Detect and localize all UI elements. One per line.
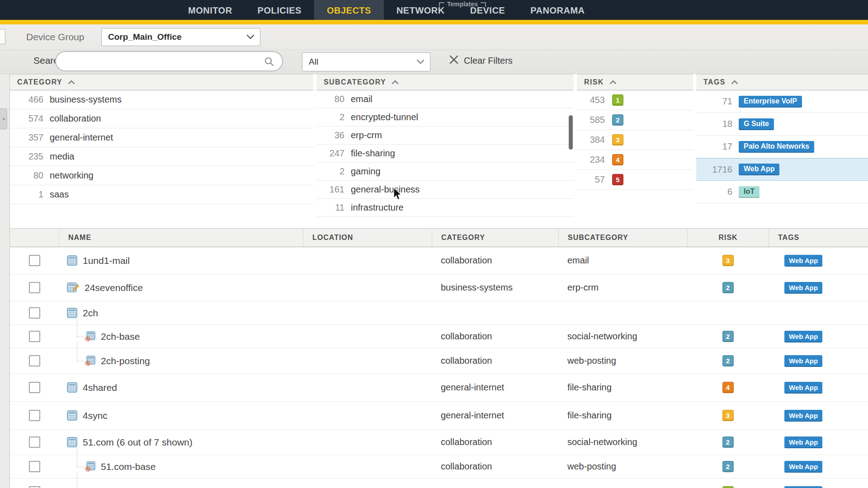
filter-row-risk[interactable]: 2344	[577, 150, 693, 170]
select-all-column-header	[10, 229, 59, 247]
table-row[interactable]: 51.com (6 out of 7 shown)collaborationso…	[10, 430, 868, 455]
filter-row-subcategory[interactable]: 161general-business	[316, 181, 574, 199]
tag-pill[interactable]: Web App	[784, 410, 822, 422]
filter-row-category[interactable]: 235media	[10, 147, 313, 166]
row-checkbox[interactable]	[29, 436, 40, 448]
table-row[interactable]: 1Web App	[10, 479, 868, 488]
risk-badge: 2	[722, 331, 734, 342]
app-name-link[interactable]: 2ch	[83, 308, 98, 319]
row-checkbox[interactable]	[29, 461, 40, 472]
filter-row-subcategory[interactable]: 2gaming	[316, 163, 574, 181]
risk-badge: 4	[722, 382, 734, 393]
filter-row-risk[interactable]: 5852	[577, 110, 693, 130]
tag-pill[interactable]: Web App	[784, 436, 822, 448]
panel-collapse-handle[interactable]: ◂	[0, 108, 7, 129]
filter-row-category[interactable]: 357general-internet	[10, 128, 313, 147]
app-name-link[interactable]: 1und1-mail	[83, 255, 130, 266]
row-checkbox[interactable]	[29, 410, 40, 421]
column-header-name[interactable]: NAME	[59, 229, 303, 247]
tag-pill[interactable]: Web App	[784, 255, 822, 267]
app-name-link[interactable]: 4sync	[83, 410, 108, 421]
filter-row-category[interactable]: 80networking	[10, 166, 313, 185]
filter-row-tag[interactable]: 1716Web App	[696, 158, 868, 181]
app-name-link[interactable]: 2ch-base	[101, 331, 140, 342]
column-header-category[interactable]: CATEGORY	[432, 229, 558, 247]
nav-tab-policies[interactable]: POLICIES	[245, 0, 314, 20]
filter-row-risk[interactable]: 575	[577, 170, 693, 190]
tag-pill[interactable]: Web App	[784, 382, 822, 394]
filter-row-risk[interactable]: 4531	[577, 90, 693, 110]
app-name-link[interactable]: 24sevenoffice	[85, 282, 143, 293]
filter-row-tag[interactable]: 18G Suite	[696, 113, 868, 136]
app-name-link[interactable]: 51.com (6 out of 7 shown)	[83, 437, 193, 448]
app-name-link[interactable]: 51.com-base	[101, 461, 156, 472]
row-checkbox[interactable]	[29, 282, 40, 293]
table-row[interactable]: 4syncgeneral-internetfile-sharing3Web Ap…	[10, 402, 868, 430]
filter-count: 384	[577, 135, 605, 145]
table-row[interactable]: 1und1-mailcollaborationemail3Web App	[10, 247, 868, 274]
clear-filters-button[interactable]: Clear Filters	[449, 55, 513, 66]
scrollbar-thumb[interactable]	[569, 115, 573, 150]
filter-row-subcategory[interactable]: 80email	[316, 90, 574, 108]
table-row[interactable]: 4sharedgeneral-internetfile-sharing4Web …	[10, 374, 868, 402]
type-filter-select[interactable]: All	[302, 52, 430, 71]
row-checkbox[interactable]	[29, 382, 40, 393]
risk-badge: 3	[722, 410, 734, 421]
risk-filter-panel: RISK 4531585238432344575	[577, 74, 693, 190]
tag-pill[interactable]: Web App	[784, 282, 822, 294]
filter-count: 36	[316, 130, 344, 141]
risk-badge: 2	[722, 282, 734, 293]
risk-badge: 3	[612, 134, 623, 145]
filter-row-tag[interactable]: 71Enterprise VoIP	[696, 90, 868, 113]
filter-row-subcategory[interactable]: 247file-sharing	[316, 145, 574, 163]
table-row[interactable]: 2ch	[10, 301, 868, 325]
column-header-location[interactable]: LOCATION	[303, 229, 432, 247]
row-checkbox[interactable]	[29, 331, 40, 342]
tag-pill[interactable]: Web App	[784, 355, 822, 367]
app-name-link[interactable]: 2ch-posting	[101, 356, 150, 366]
table-row[interactable]: 51.com-basecollaborationweb-posting2Web …	[10, 455, 868, 479]
risk-filter-header[interactable]: RISK	[577, 74, 693, 90]
filter-count: 585	[577, 115, 605, 125]
tag-pill[interactable]: Web App	[784, 486, 822, 488]
column-header-risk[interactable]: RISK	[687, 229, 769, 247]
filter-row-category[interactable]: 466business-systems	[10, 90, 313, 109]
filter-row-subcategory[interactable]: 36erp-crm	[316, 127, 574, 145]
table-row[interactable]: 24sevenofficebusiness-systemserp-crm2Web…	[10, 274, 868, 301]
nav-tab-objects[interactable]: OBJECTS	[314, 0, 384, 20]
category-filter-list: 466business-systems574collaboration357ge…	[10, 90, 313, 204]
table-row[interactable]: 2ch-basecollaborationsocial-networking2W…	[10, 325, 868, 348]
tags-filter-header[interactable]: TAGS	[696, 74, 868, 90]
filter-row-tag[interactable]: 17Palo Alto Networks	[696, 136, 868, 158]
filter-row-category[interactable]: 574collaboration	[10, 109, 313, 128]
filter-row-risk[interactable]: 3843	[577, 130, 693, 150]
applications-table: NAME LOCATION CATEGORY SUBCATEGORY RISK …	[10, 228, 868, 488]
templates-label: Templates	[444, 0, 481, 8]
subcategory-filter-header[interactable]: SUBCATEGORY	[316, 74, 574, 90]
row-checkbox[interactable]	[29, 486, 40, 488]
filter-count: 2	[316, 166, 344, 177]
tag-pill: Palo Alto Networks	[739, 141, 814, 153]
nav-tab-panorama[interactable]: PANORAMA	[518, 0, 597, 20]
filter-count: 11	[316, 202, 344, 213]
column-header-subcategory[interactable]: SUBCATEGORY	[558, 229, 687, 247]
search-icon[interactable]	[264, 56, 275, 69]
category-filter-header[interactable]: CATEGORY	[10, 74, 313, 90]
filter-row-subcategory[interactable]: 2encrypted-tunnel	[316, 108, 574, 127]
device-group-select[interactable]: Corp_Main_Office	[101, 28, 260, 46]
row-checkbox[interactable]	[29, 255, 40, 266]
tag-pill[interactable]: Web App	[784, 331, 822, 343]
search-input[interactable]	[65, 54, 255, 69]
column-header-tags[interactable]: TAGS	[769, 229, 868, 247]
filter-count: 6	[696, 187, 732, 197]
table-row[interactable]: 2ch-postingcollaborationweb-posting2Web …	[10, 348, 868, 374]
app-name-link[interactable]: 4shared	[83, 382, 117, 393]
nav-tab-monitor[interactable]: MONITOR	[175, 0, 245, 20]
filter-row-category[interactable]: 1saas	[10, 185, 313, 204]
filter-row-tag[interactable]: 6IoT	[696, 181, 868, 203]
tag-pill[interactable]: Web App	[784, 461, 822, 473]
filter-label: gaming	[351, 166, 381, 177]
filter-row-subcategory[interactable]: 11infrastructure	[316, 199, 574, 217]
row-checkbox[interactable]	[29, 307, 40, 319]
row-checkbox[interactable]	[29, 355, 40, 366]
